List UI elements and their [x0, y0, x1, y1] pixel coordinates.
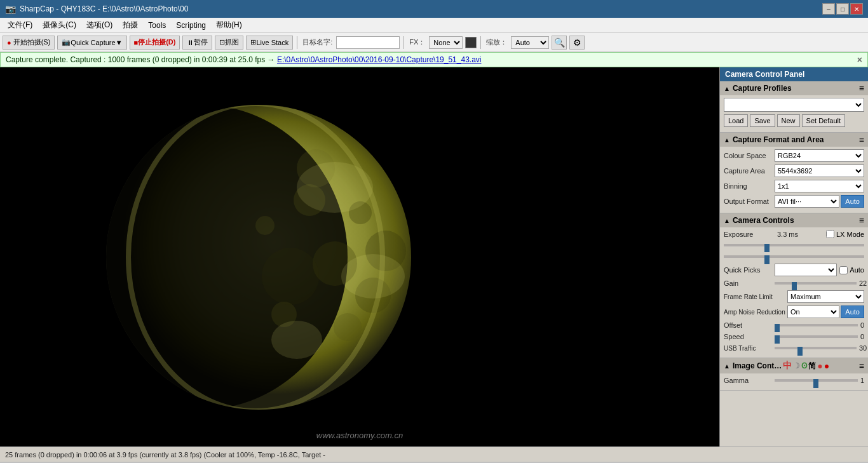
- capture-format-content: Colour Space RGB24 Capture Area 5544x369…: [720, 147, 868, 213]
- load-profile-button[interactable]: Load: [724, 114, 748, 127]
- stop-capture-button[interactable]: ■ 停止拍摄(D): [130, 36, 180, 50]
- set-default-button[interactable]: Set Default: [802, 114, 845, 127]
- speed-row: Speed 0: [724, 332, 864, 341]
- output-auto-button[interactable]: Auto: [841, 195, 864, 208]
- zoom-label: 缩放：: [485, 37, 508, 47]
- capture-profiles-section: ▲ Capture Profiles ≡ Load Save New Set D…: [720, 81, 868, 133]
- frame-rate-select[interactable]: Maximum: [787, 290, 864, 303]
- quick-picks-select[interactable]: [775, 264, 837, 276]
- output-format-select[interactable]: AVI fil···: [775, 195, 839, 208]
- notification-link[interactable]: E:\0Astro\0AstroPhoto\00\2016-09-10\Capt…: [277, 55, 482, 64]
- camera-controls-section: ▲ Camera Controls ≡ Exposure 3.3 ms LX M…: [720, 213, 868, 358]
- menu-help[interactable]: 帮助(H): [211, 18, 247, 33]
- lx-mode-checkbox[interactable]: [826, 230, 834, 238]
- speed-label: Speed: [724, 333, 775, 340]
- exposure-slider[interactable]: [724, 241, 864, 250]
- focus-icon: ⊡: [219, 38, 225, 46]
- notification-close-button[interactable]: ×: [857, 55, 862, 65]
- binning-select[interactable]: 1x1: [775, 180, 864, 192]
- dot2-icon: ●: [824, 361, 829, 371]
- camera-controls-header: ▲ Camera Controls ≡: [720, 213, 868, 227]
- speed-slider[interactable]: [775, 332, 858, 341]
- zoom-select[interactable]: Auto: [511, 36, 549, 49]
- capture-profiles-header: ▲ Capture Profiles ≡: [720, 81, 868, 95]
- gamma-row: Gamma 1: [724, 376, 864, 385]
- gamma-label: Gamma: [724, 377, 775, 384]
- new-profile-button[interactable]: New: [777, 114, 800, 127]
- profile-select[interactable]: [724, 98, 864, 112]
- exposure-slider-row2: [724, 252, 864, 261]
- start-capture-button[interactable]: ● 开始拍摄(S): [3, 36, 55, 50]
- offset-label: Offset: [724, 321, 775, 329]
- offset-slider[interactable]: [775, 321, 858, 330]
- capture-area-select[interactable]: 5544x3692: [775, 164, 864, 177]
- toolbar: ● 开始拍摄(S) 📷 Quick Capture ▼ ■ 停止拍摄(D) ⏸ …: [0, 33, 868, 52]
- status-text: 25 frames (0 dropped) in 0:00:06 at 3.9 …: [5, 451, 325, 459]
- target-name-input[interactable]: [336, 36, 400, 49]
- pause-button[interactable]: ⏸ 暂停: [182, 36, 212, 50]
- quick-picks-auto-label: Auto: [839, 266, 864, 274]
- leaf-icon: ʘ: [801, 361, 807, 370]
- menu-options[interactable]: 选项(O): [81, 18, 118, 33]
- zoom-icon-btn[interactable]: 🔍: [552, 36, 567, 50]
- menu-scripting[interactable]: Scripting: [171, 18, 211, 33]
- menu-capture[interactable]: 拍摄: [118, 18, 143, 33]
- live-stack-button[interactable]: ⊞ Live Stack: [246, 36, 293, 50]
- title-bar-controls: – □ ✕: [822, 3, 863, 15]
- exposure-row: Exposure 3.3 ms LX Mode: [724, 230, 864, 238]
- gamma-slider[interactable]: [775, 376, 858, 385]
- usb-traffic-label: USB Traffic: [724, 345, 775, 352]
- quick-capture-button[interactable]: 📷 Quick Capture ▼: [57, 36, 126, 50]
- dropdown-arrow-icon: ▼: [116, 39, 123, 46]
- lx-mode-label: LX Mode: [836, 231, 864, 238]
- gain-label: Gain: [724, 279, 775, 287]
- camera-icon: 📷: [62, 38, 71, 46]
- toolbar-separator-2: [403, 36, 404, 49]
- binning-label: Binning: [724, 182, 775, 190]
- lx-mode-checkbox-label: LX Mode: [826, 230, 864, 238]
- exposure-slider-row: [724, 241, 864, 250]
- capture-format-section: ▲ Capture Format and Area ≡ Colour Space…: [720, 133, 868, 213]
- notification-bar: Capture complete. Captured : 1000 frames…: [0, 52, 868, 67]
- menu-file[interactable]: 文件(F): [3, 18, 37, 33]
- dot-icon: ●: [817, 361, 822, 371]
- usb-traffic-value: 30: [857, 344, 867, 352]
- usb-traffic-slider[interactable]: [775, 344, 857, 352]
- focus-button[interactable]: ⊡ 抓图: [215, 36, 243, 50]
- status-bar: 25 frames (0 dropped) in 0:00:06 at 3.9 …: [0, 446, 868, 462]
- menu-camera[interactable]: 摄像头(C): [37, 18, 81, 33]
- offset-row: Offset 0: [724, 321, 864, 330]
- profiles-menu-icon[interactable]: ≡: [859, 83, 864, 93]
- camera-menu-icon[interactable]: ≡: [859, 215, 864, 225]
- image-collapse-icon[interactable]: ▲: [724, 363, 730, 370]
- format-menu-icon[interactable]: ≡: [859, 135, 864, 145]
- format-collapse-icon[interactable]: ▲: [724, 137, 730, 144]
- save-profile-button[interactable]: Save: [750, 114, 775, 127]
- output-format-label: Output Format: [724, 198, 775, 205]
- image-controls-title: Image Cont… 中 ☽ ʘ 简 ● ●: [733, 360, 829, 372]
- window-title: SharpCap - QHY183C - E:\0Astro\0AstroPho…: [20, 4, 188, 13]
- settings-icon-btn[interactable]: ⚙: [569, 36, 585, 50]
- exposure-value: 3.3 ms: [775, 231, 798, 238]
- profiles-collapse-icon[interactable]: ▲: [724, 85, 730, 92]
- quick-picks-auto-checkbox[interactable]: [839, 266, 848, 274]
- image-menu-icon[interactable]: ≡: [859, 361, 864, 371]
- amp-noise-select[interactable]: On: [787, 305, 839, 318]
- capture-profiles-title: Capture Profiles: [733, 84, 792, 93]
- colour-space-select[interactable]: RGB24: [775, 149, 864, 162]
- window-close-button[interactable]: ✕: [850, 3, 863, 15]
- maximize-button[interactable]: □: [836, 3, 849, 15]
- menu-tools[interactable]: Tools: [143, 18, 171, 33]
- fx-label: FX：: [408, 37, 426, 47]
- amp-noise-auto-button[interactable]: Auto: [841, 305, 864, 318]
- fx-select[interactable]: None: [429, 36, 463, 49]
- camera-collapse-icon[interactable]: ▲: [724, 217, 730, 224]
- title-bar: 📷 SharpCap - QHY183C - E:\0Astro\0AstroP…: [0, 0, 868, 18]
- gain-slider[interactable]: [775, 279, 857, 288]
- minimize-button[interactable]: –: [822, 3, 835, 15]
- title-text: 📷 SharpCap - QHY183C - E:\0Astro\0AstroP…: [5, 4, 188, 14]
- svg-point-9: [262, 248, 319, 305]
- exposure-slider-fine[interactable]: [724, 252, 864, 261]
- fx-color-button[interactable]: [465, 37, 477, 48]
- output-format-row: Output Format AVI fil··· Auto: [724, 195, 864, 208]
